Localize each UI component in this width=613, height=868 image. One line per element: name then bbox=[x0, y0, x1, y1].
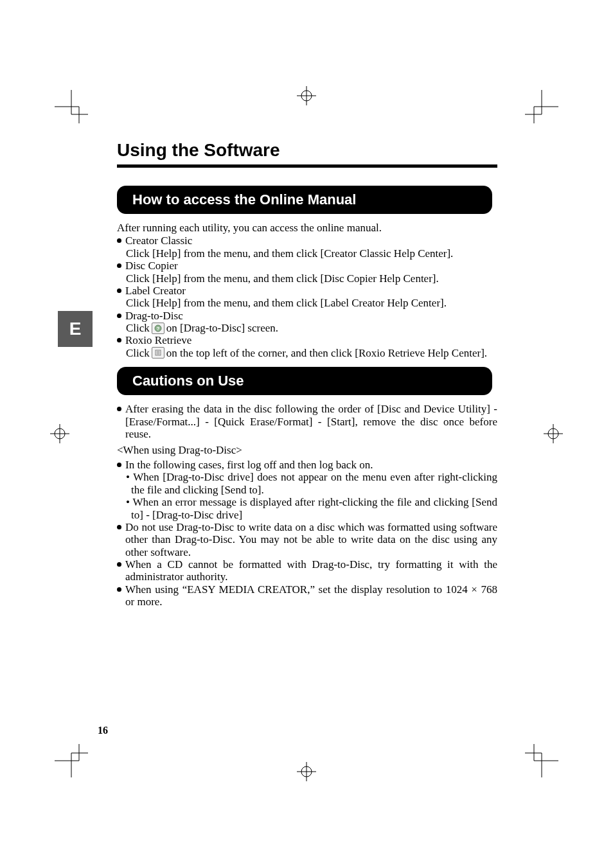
bullet-icon bbox=[117, 338, 121, 342]
bullet-erase-data: After erasing the data in the disc follo… bbox=[117, 403, 497, 440]
click-suffix: on the top left of the corner, and then … bbox=[166, 347, 487, 359]
bullet-do-not-use: Do not use Drag-to-Disc to write data on… bbox=[117, 521, 497, 558]
disc-copier-title: Disc Copier bbox=[125, 260, 497, 272]
crop-mark-bottom-right bbox=[525, 744, 558, 777]
menu-icon bbox=[152, 347, 164, 359]
erase-data-text: After erasing the data in the disc follo… bbox=[125, 403, 497, 440]
help-icon: ? bbox=[152, 323, 164, 334]
click-prefix: Click bbox=[126, 322, 150, 334]
bullet-icon bbox=[117, 288, 121, 293]
tab-letter: E bbox=[69, 319, 82, 339]
bullet-cd-format: When a CD cannot be formatted with Drag-… bbox=[117, 558, 497, 583]
creator-classic-title: Creator Classic bbox=[125, 235, 497, 247]
bullet-label-creator: Label Creator bbox=[117, 285, 497, 297]
drag-to-disc-title: Drag-to-Disc bbox=[125, 310, 497, 322]
section-header-online-manual: How to access the Online Manual bbox=[117, 186, 492, 214]
registration-left bbox=[50, 424, 69, 443]
bullet-icon bbox=[117, 407, 121, 411]
click-prefix: Click bbox=[126, 347, 150, 359]
bullet-roxio-retrieve: Roxio Retrieve bbox=[117, 334, 497, 346]
do-not-use-text: Do not use Drag-to-Disc to write data on… bbox=[125, 521, 497, 558]
crop-mark-bottom-left bbox=[55, 744, 88, 777]
label-creator-desc: Click [Help] from the menu, and them cli… bbox=[126, 297, 497, 309]
online-manual-intro: After running each utility, you can acce… bbox=[117, 222, 497, 234]
crop-mark-top-right bbox=[525, 90, 558, 123]
language-tab-e: E bbox=[58, 311, 93, 347]
page-content: Using the Software How to access the Onl… bbox=[117, 140, 497, 608]
bullet-icon bbox=[117, 263, 121, 268]
bullet-creator-classic: Creator Classic bbox=[117, 235, 497, 247]
bullet-disc-copier: Disc Copier bbox=[117, 260, 497, 272]
logoff-case2: • When an error message is displayed aft… bbox=[131, 496, 497, 521]
creator-classic-desc: Click [Help] from the menu, and them cli… bbox=[126, 247, 497, 260]
click-suffix: on [Drag-to-Disc] screen. bbox=[166, 322, 278, 334]
page-title: Using the Software bbox=[117, 140, 497, 161]
svg-point-16 bbox=[301, 91, 312, 101]
bullet-icon bbox=[117, 525, 121, 529]
label-creator-title: Label Creator bbox=[125, 285, 497, 297]
svg-text:?: ? bbox=[156, 326, 159, 332]
registration-right bbox=[544, 424, 563, 443]
section-header-cautions: Cautions on Use bbox=[117, 367, 492, 395]
logoff-case1: • When [Drag-to-Disc drive] does not app… bbox=[131, 471, 497, 496]
easy-media-text: When using “EASY MEDIA CREATOR,” set the… bbox=[125, 583, 497, 608]
svg-point-19 bbox=[301, 766, 312, 777]
bullet-easy-media: When using “EASY MEDIA CREATOR,” set the… bbox=[117, 583, 497, 608]
svg-point-25 bbox=[548, 429, 558, 439]
bullet-icon bbox=[117, 562, 121, 567]
drag-to-disc-click-line: Click ? on [Drag-to-Disc] screen. bbox=[126, 322, 497, 334]
crop-mark-top-left bbox=[55, 90, 88, 123]
logoff-intro: In the following cases, first log off an… bbox=[125, 459, 497, 471]
bullet-drag-to-disc: Drag-to-Disc bbox=[117, 310, 497, 322]
roxio-retrieve-click-line: Click on the top left of the corner, and… bbox=[126, 347, 497, 359]
registration-top bbox=[297, 86, 316, 105]
bullet-logoff: In the following cases, first log off an… bbox=[117, 459, 497, 471]
bullet-icon bbox=[117, 587, 121, 592]
bullet-icon bbox=[117, 314, 121, 318]
when-using-drag-header: <When using Drag-to-Disc> bbox=[117, 443, 497, 458]
bullet-icon bbox=[117, 238, 121, 243]
cd-format-text: When a CD cannot be formatted with Drag-… bbox=[125, 558, 497, 583]
roxio-retrieve-title: Roxio Retrieve bbox=[125, 334, 497, 346]
title-underline bbox=[117, 164, 497, 168]
registration-bottom bbox=[297, 762, 316, 781]
disc-copier-desc: Click [Help] from the menu, and them cli… bbox=[126, 272, 497, 285]
svg-point-22 bbox=[55, 429, 65, 439]
bullet-icon bbox=[117, 463, 121, 467]
page-number: 16 bbox=[98, 725, 108, 736]
